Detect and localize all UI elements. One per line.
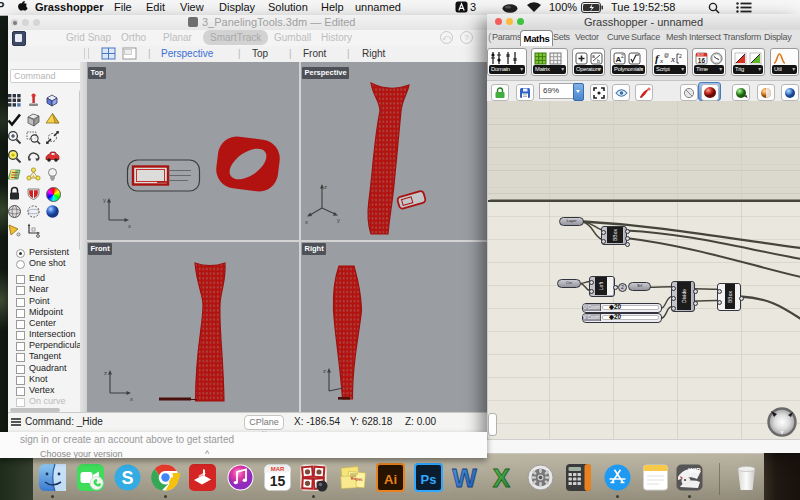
svg-text:x: x — [130, 396, 133, 402]
svg-text:W: W — [452, 463, 477, 492]
svg-text:z: z — [324, 184, 327, 190]
svg-text:x: x — [305, 219, 308, 225]
svg-text:x: x — [671, 54, 675, 64]
svg-text:15: 15 — [269, 473, 285, 489]
svg-text:a: a — [592, 53, 595, 59]
svg-text:x: x — [659, 57, 664, 65]
svg-text:Rspec: Rspec — [350, 476, 363, 482]
svg-text:Ps: Ps — [420, 472, 436, 487]
svg-text:MAR: MAR — [270, 466, 284, 472]
svg-text:X: X — [492, 463, 510, 492]
svg-text:z: z — [323, 368, 326, 374]
svg-text:z: z — [104, 370, 107, 376]
svg-text:b: b — [597, 58, 600, 64]
svg-text:Ai: Ai — [384, 472, 397, 487]
svg-text:x: x — [128, 223, 131, 229]
svg-text:y: y — [337, 217, 340, 223]
svg-text:S: S — [121, 468, 133, 488]
svg-text:2: 2 — [679, 53, 682, 59]
svg-text:2: 2 — [621, 53, 624, 59]
svg-text:WIP: WIP — [688, 467, 701, 474]
svg-text:@: @ — [664, 52, 669, 58]
svg-text:16: 16 — [698, 57, 706, 64]
svg-text:y: y — [103, 197, 106, 203]
